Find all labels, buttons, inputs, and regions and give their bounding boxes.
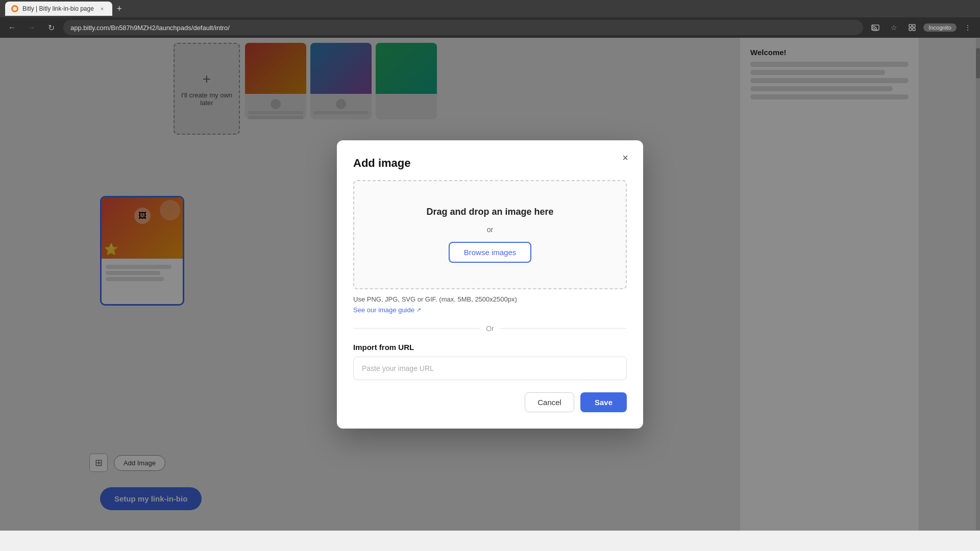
svg-rect-3 bbox=[913, 24, 915, 27]
add-image-modal: Add image × Drag and drop an image here … bbox=[337, 140, 643, 429]
refresh-button[interactable]: ↻ bbox=[44, 20, 58, 35]
extensions-icon[interactable] bbox=[905, 20, 919, 35]
address-bar: ← → ↻ ☆ Incognito ⋮ bbox=[0, 17, 980, 38]
page-content: + I'll create my own later bbox=[0, 38, 980, 531]
modal-footer: Cancel Save bbox=[353, 392, 627, 412]
browse-images-button[interactable]: Browse images bbox=[449, 242, 532, 263]
back-button[interactable]: ← bbox=[5, 20, 19, 35]
tab-close-button[interactable]: × bbox=[98, 5, 106, 13]
new-tab-button[interactable]: + bbox=[112, 2, 127, 16]
modal-title: Add image bbox=[353, 157, 627, 170]
image-guide-link[interactable]: See our image guide ↗ bbox=[353, 306, 421, 314]
active-tab[interactable]: Bitly | Bitly link-in-bio page × bbox=[5, 2, 112, 16]
svg-rect-5 bbox=[913, 28, 915, 31]
browser-actions: ☆ Incognito ⋮ bbox=[868, 20, 975, 35]
image-guide-label: See our image guide bbox=[353, 306, 414, 314]
cancel-button[interactable]: Cancel bbox=[525, 392, 574, 412]
svg-rect-4 bbox=[909, 28, 912, 31]
modal-overlay: Add image × Drag and drop an image here … bbox=[0, 38, 980, 531]
svg-rect-2 bbox=[909, 24, 912, 27]
save-button[interactable]: Save bbox=[580, 392, 627, 412]
external-link-icon: ↗ bbox=[416, 307, 421, 313]
import-url-label: Import from URL bbox=[353, 343, 627, 352]
divider-or: Or bbox=[353, 324, 627, 333]
url-paste-input[interactable] bbox=[353, 357, 627, 380]
or-text: or bbox=[364, 226, 616, 234]
url-input[interactable] bbox=[63, 20, 863, 35]
tab-bar: Bitly | Bitly link-in-bio page × + bbox=[0, 0, 980, 17]
menu-button[interactable]: ⋮ bbox=[961, 20, 975, 35]
modal-close-button[interactable]: × bbox=[618, 151, 633, 166]
bookmark-icon[interactable]: ☆ bbox=[887, 20, 901, 35]
cast-icon[interactable] bbox=[868, 20, 883, 35]
file-info-text: Use PNG, JPG, SVG or GIF. (max. 5MB, 250… bbox=[353, 295, 627, 303]
svg-point-0 bbox=[13, 7, 17, 11]
tab-title: Bitly | Bitly link-in-bio page bbox=[22, 5, 94, 12]
drop-zone[interactable]: Drag and drop an image here or Browse im… bbox=[353, 180, 627, 289]
forward-button[interactable]: → bbox=[24, 20, 39, 35]
divider-text: Or bbox=[486, 324, 494, 333]
drag-drop-text: Drag and drop an image here bbox=[364, 207, 616, 217]
incognito-badge: Incognito bbox=[923, 23, 957, 32]
tab-favicon bbox=[11, 5, 18, 12]
